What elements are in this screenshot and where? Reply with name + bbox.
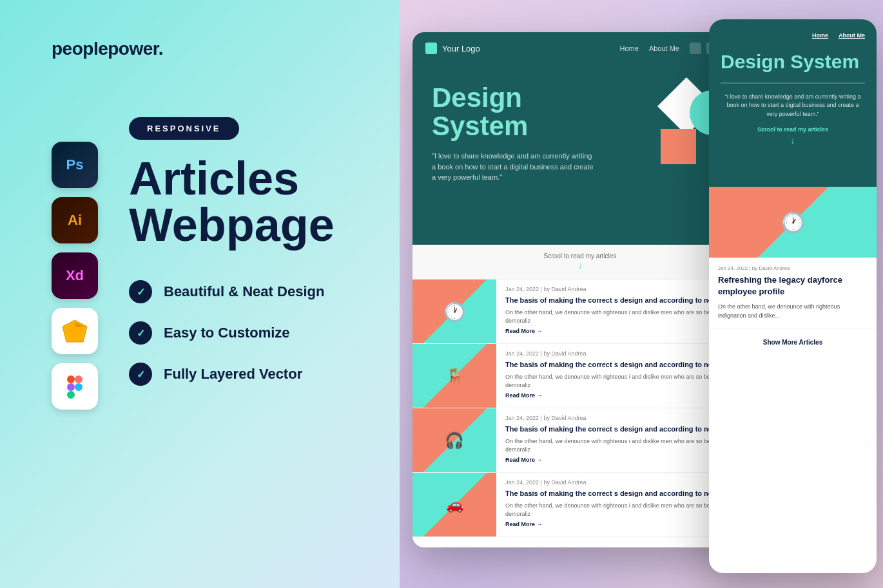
read-more-3[interactable]: Read More → — [505, 457, 739, 463]
scroll-arrow-icon: ↓ — [420, 260, 740, 271]
article-meta-3: Jan 24, 2022 | by David Andrea — [505, 415, 739, 421]
article-excerpt-4: On the other hand, we denounce with righ… — [505, 502, 739, 518]
feature-text-1: Beautiful & Neat Design — [164, 283, 324, 300]
table-row: 🪑 Jan 24, 2022 | by David Andrea The bas… — [412, 344, 748, 408]
mobile-scroll-arrow-icon: ↓ — [721, 135, 865, 146]
svg-point-8 — [75, 383, 82, 391]
article-excerpt-2: On the other hand, we denounce with righ… — [505, 373, 739, 389]
mobile-featured-excerpt: On the other hand, we denounce with righ… — [718, 303, 868, 320]
headphones-thumb: 🎧 — [412, 408, 496, 473]
mockup-hero: Design System "I love to share knowledge… — [412, 64, 748, 245]
nav-about: About Me — [649, 44, 679, 52]
main-content: RESPONSIVE Articles Webpage Beautiful & … — [129, 117, 361, 386]
hero-title: Design System — [432, 84, 595, 140]
mobile-hero-quote: "I love to share knowledge and am curren… — [721, 93, 865, 119]
responsive-badge: RESPONSIVE — [129, 117, 239, 140]
mobile-articles: 🕐 Jan 24, 2022 | by David Andrea Refresh… — [709, 187, 877, 356]
article-title-1: The basis of making the correct s design… — [505, 296, 739, 305]
right-panel: Your Logo Home About Me Design System "I… — [400, 0, 883, 588]
article-thumb-2: 🪑 — [412, 344, 496, 408]
mobile-nav-home: Home — [812, 32, 828, 39]
triangle-shape — [664, 167, 709, 206]
nav-icon-1 — [690, 43, 701, 54]
feature-text-2: Easy to Customize — [164, 325, 290, 341]
scroll-cta: Scrool to read my articles ↓ — [412, 245, 748, 280]
article-meta-2: Jan 24, 2022 | by David Andrea — [505, 350, 739, 357]
mobile-divider — [721, 82, 865, 84]
car-thumb: 🚗 — [412, 473, 496, 537]
xd-icon: Xd — [52, 252, 98, 299]
svg-rect-6 — [67, 383, 75, 391]
app-icons-grid: Ps Ai Xd — [52, 142, 98, 410]
mobile-featured-thumb: 🕐 — [709, 187, 877, 258]
mockup-header: Your Logo Home About Me — [412, 32, 748, 64]
article-thumb-1: 🕐 — [412, 280, 496, 344]
article-meta-1: Jan 24, 2022 | by David Andrea — [505, 286, 739, 292]
mobile-scroll-cta: Scrool to read my articles — [721, 126, 865, 133]
read-more-4[interactable]: Read More → — [505, 521, 739, 527]
article-thumb-4: 🚗 — [412, 473, 496, 537]
figma-icon — [52, 363, 98, 410]
photoshop-icon: Ps — [52, 142, 98, 188]
feature-item-2: Easy to Customize — [129, 321, 361, 345]
table-row: 🎧 Jan 24, 2022 | by David Andrea The bas… — [412, 408, 748, 473]
seats-thumb: 🪑 — [412, 344, 496, 408]
mobile-hero-title: Design System — [721, 52, 865, 72]
show-more-button[interactable]: Show More Articles — [709, 328, 877, 356]
feature-text-3: Fully Layered Vector — [164, 366, 302, 383]
svg-rect-7 — [67, 391, 75, 399]
mobile-featured-content: Jan 24, 2022 | by David Andrea Refreshin… — [709, 258, 877, 328]
left-panel: peoplepower. Ps Ai Xd — [0, 0, 400, 588]
check-icon-3 — [129, 363, 152, 386]
main-title: Articles Webpage — [129, 155, 361, 248]
table-row: 🕐 Jan 24, 2022 | by David Andrea The bas… — [412, 280, 748, 344]
logo-box — [425, 43, 437, 54]
features-list: Beautiful & Neat Design Easy to Customiz… — [129, 280, 361, 386]
brand-name: peoplepower. — [52, 39, 361, 59]
article-excerpt-1: On the other hand, we denounce with righ… — [505, 308, 739, 325]
mockup-logo: Your Logo — [425, 43, 480, 54]
article-excerpt-3: On the other hand, we denounce with righ… — [505, 437, 739, 453]
hero-quote: "I love to share knowledge and am curren… — [432, 151, 595, 183]
mobile-featured-title: Refreshing the legacy dayforce employee … — [718, 274, 868, 298]
svg-rect-5 — [75, 375, 82, 383]
read-more-1[interactable]: Read More → — [505, 328, 739, 334]
illustrator-icon: Ai — [52, 197, 98, 243]
article-title-4: The basis of making the correct s design… — [505, 489, 739, 498]
read-more-2[interactable]: Read More → — [505, 392, 739, 399]
article-title-2: The basis of making the correct s design… — [505, 360, 739, 370]
check-icon-1 — [129, 280, 152, 303]
mobile-mockup: Home About Me Design System "I love to s… — [709, 19, 877, 573]
mobile-nav: Home About Me — [721, 32, 865, 39]
check-icon-2 — [129, 321, 152, 345]
mobile-hero: Home About Me Design System "I love to s… — [709, 19, 877, 187]
nav-home: Home — [620, 44, 639, 52]
desktop-mockup: Your Logo Home About Me Design System "I… — [412, 32, 748, 547]
article-meta-4: Jan 24, 2022 | by David Andrea — [505, 479, 739, 486]
featured-clock-img: 🕐 — [709, 187, 877, 258]
articles-list: 🕐 Jan 24, 2022 | by David Andrea The bas… — [412, 280, 748, 537]
mobile-featured-meta: Jan 24, 2022 | by David Andrea — [718, 265, 868, 271]
mobile-nav-about: About Me — [839, 32, 865, 39]
feature-item-1: Beautiful & Neat Design — [129, 280, 361, 303]
table-row: 🚗 Jan 24, 2022 | by David Andrea The bas… — [412, 473, 748, 537]
clock-thumb: 🕐 — [412, 280, 496, 344]
pink-rect-shape — [661, 129, 696, 164]
sketch-icon — [52, 308, 98, 354]
svg-rect-4 — [67, 375, 75, 383]
feature-item-3: Fully Layered Vector — [129, 363, 361, 386]
article-title-3: The basis of making the correct s design… — [505, 424, 739, 434]
article-thumb-3: 🎧 — [412, 408, 496, 473]
